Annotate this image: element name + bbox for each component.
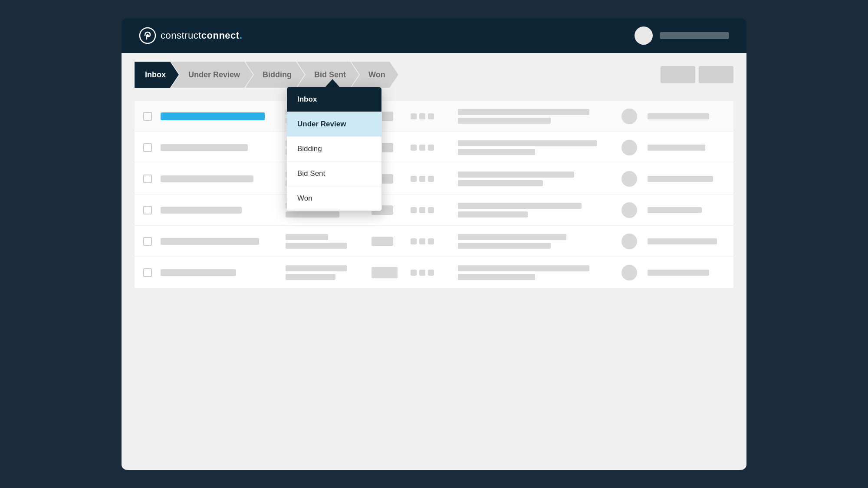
row-long-6 — [458, 265, 613, 280]
row-long-4 — [458, 203, 613, 218]
row-xs-5 — [372, 237, 402, 246]
row-long-2 — [458, 140, 613, 155]
row-title-1 — [161, 112, 277, 120]
table-row — [135, 132, 733, 163]
table-row — [135, 226, 733, 257]
dropdown-item-under-review[interactable]: Under Review — [287, 112, 381, 137]
tab-extra-btn-2[interactable] — [699, 66, 733, 83]
row-right-1 — [648, 113, 725, 119]
tab-under-review[interactable]: Under Review — [171, 62, 253, 88]
table-row — [135, 101, 733, 132]
row-right-2 — [648, 145, 725, 151]
row-title-5 — [161, 238, 277, 245]
row-right-5 — [648, 238, 725, 244]
dropdown-menu: Inbox Under Review Bidding Bid Sent Won — [286, 87, 382, 211]
row-right-6 — [648, 270, 725, 276]
row-checkbox-2[interactable] — [143, 143, 152, 152]
row-long-5 — [458, 234, 613, 249]
table-row — [135, 163, 733, 195]
row-xs-6 — [372, 267, 402, 278]
table-container — [135, 101, 733, 288]
main-content: Inbox Under Review Bidding Bid Sent Won — [122, 53, 746, 470]
row-checkbox-6[interactable] — [143, 268, 152, 277]
row-dots-1 — [411, 113, 449, 119]
dropdown-item-bidding[interactable]: Bidding — [287, 137, 381, 162]
row-checkbox-1[interactable] — [143, 112, 152, 121]
row-mid-6 — [286, 265, 363, 280]
row-dots-3 — [411, 176, 449, 182]
row-dots-4 — [411, 207, 449, 213]
nav-bar-placeholder — [660, 32, 729, 39]
table-row — [135, 195, 733, 226]
row-long-1 — [458, 109, 613, 124]
row-long-3 — [458, 171, 613, 186]
row-avatar-5 — [621, 234, 639, 249]
nav-right — [635, 26, 729, 45]
dropdown-item-bid-sent[interactable]: Bid Sent — [287, 162, 381, 186]
dropdown-arrow — [326, 79, 339, 87]
row-right-4 — [648, 207, 725, 213]
row-dots-6 — [411, 270, 449, 276]
tab-inbox[interactable]: Inbox — [135, 62, 179, 88]
row-title-4 — [161, 207, 277, 214]
row-title-6 — [161, 269, 277, 276]
row-avatar-1 — [621, 109, 639, 124]
dropdown-overlay: Inbox Under Review Bidding Bid Sent Won — [286, 79, 382, 211]
table-row — [135, 257, 733, 288]
row-checkbox-3[interactable] — [143, 175, 152, 183]
tab-extra-btn-1[interactable] — [661, 66, 695, 83]
row-checkbox-4[interactable] — [143, 206, 152, 214]
row-checkbox-5[interactable] — [143, 237, 152, 246]
svg-point-1 — [146, 34, 149, 37]
tabs-extra — [652, 62, 733, 88]
logo-text: constructconnect. — [161, 30, 242, 41]
row-right-3 — [648, 176, 725, 182]
logo-area: constructconnect. — [139, 27, 242, 44]
pipeline-tabs: Inbox Under Review Bidding Bid Sent Won — [135, 62, 733, 88]
row-title-3 — [161, 175, 277, 182]
dropdown-item-won[interactable]: Won — [287, 186, 381, 211]
row-avatar-6 — [621, 265, 639, 280]
row-avatar-4 — [621, 202, 639, 218]
app-frame: constructconnect. Inbox Under Review Bid… — [122, 18, 746, 470]
row-avatar-3 — [621, 171, 639, 187]
row-dots-2 — [411, 145, 449, 151]
top-navigation: constructconnect. — [122, 18, 746, 53]
logo-icon — [139, 27, 156, 44]
row-mid-5 — [286, 234, 363, 249]
dropdown-item-inbox[interactable]: Inbox — [287, 87, 381, 112]
row-dots-5 — [411, 238, 449, 244]
row-avatar-2 — [621, 140, 639, 155]
row-title-2 — [161, 144, 277, 151]
nav-avatar — [635, 26, 653, 45]
